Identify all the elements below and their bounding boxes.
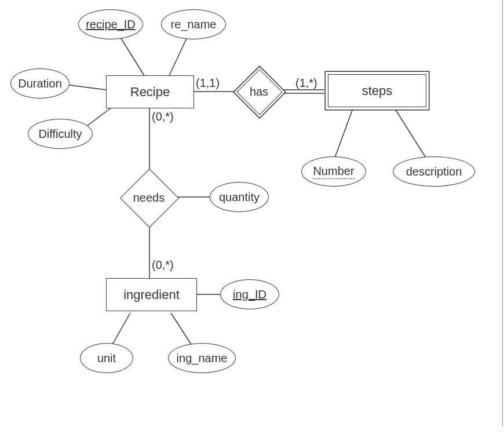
attr-ing-id: ing_ID xyxy=(220,279,279,309)
page-right-rule xyxy=(502,0,503,426)
card-has-steps: (1,*) xyxy=(295,76,317,90)
attr-quantity-label: quantity xyxy=(219,191,260,204)
svg-line-8 xyxy=(394,107,429,162)
entity-recipe-label: Recipe xyxy=(130,85,170,100)
rel-has-label: has xyxy=(243,76,275,107)
entity-recipe: Recipe xyxy=(106,75,194,108)
svg-line-1 xyxy=(168,35,188,78)
attr-recipe-id-label: recipe_ID xyxy=(86,18,136,31)
edges-layer xyxy=(0,0,504,445)
entity-ingredient: ingredient xyxy=(106,278,197,311)
attr-ing-name: ing_name xyxy=(168,343,236,373)
attr-difficulty: Difficulty xyxy=(28,119,93,149)
card-recipe-has: (1,1) xyxy=(196,76,220,90)
entity-steps-label: steps xyxy=(362,83,393,99)
er-diagram-canvas: recipe_ID re_name Duration Difficulty qu… xyxy=(0,0,504,445)
attr-unit-label: unit xyxy=(97,352,116,365)
attr-quantity: quantity xyxy=(210,182,269,212)
rel-has: has xyxy=(243,76,275,107)
attr-recipe-id: recipe_ID xyxy=(78,9,143,39)
card-needs-ingredient: (0,*) xyxy=(152,258,174,272)
card-recipe-needs: (0,*) xyxy=(152,110,174,123)
attr-ing-name-label: ing_name xyxy=(177,352,228,365)
svg-line-7 xyxy=(333,107,353,162)
attr-re-name: re_name xyxy=(161,9,226,39)
attr-duration-label: Duration xyxy=(18,77,62,90)
attr-number-label: Number xyxy=(313,165,354,179)
attr-description-label: description xyxy=(406,165,462,178)
attr-difficulty-label: Difficulty xyxy=(38,127,82,141)
rel-needs: needs xyxy=(129,177,169,218)
attr-unit: unit xyxy=(80,343,133,373)
attr-duration: Duration xyxy=(10,68,70,99)
attr-number: Number xyxy=(301,156,366,187)
entity-steps: steps xyxy=(328,74,426,107)
attr-ing-id-label: ing_ID xyxy=(233,288,266,301)
attr-re-name-label: re_name xyxy=(171,18,217,31)
entity-ingredient-label: ingredient xyxy=(123,287,180,302)
svg-line-0 xyxy=(119,35,148,81)
attr-description: description xyxy=(393,156,475,187)
rel-needs-label: needs xyxy=(129,177,169,218)
